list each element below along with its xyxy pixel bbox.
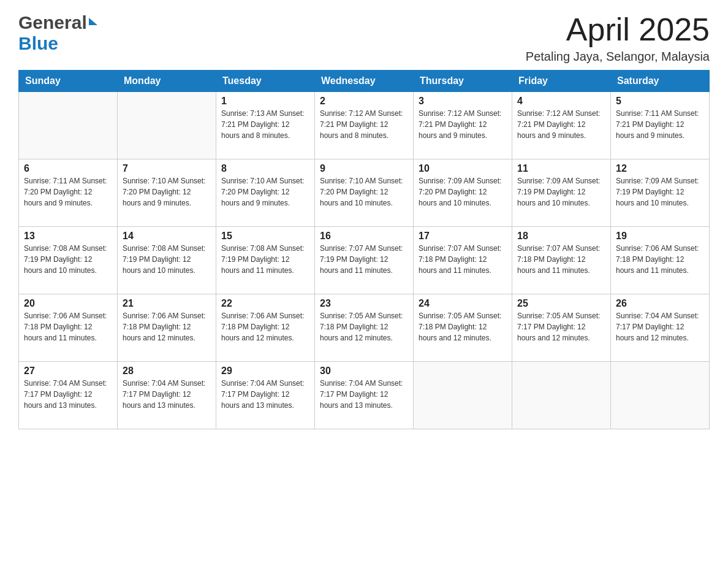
table-row — [414, 362, 512, 429]
table-row: 9Sunrise: 7:10 AM Sunset: 7:20 PM Daylig… — [315, 159, 414, 227]
day-number: 14 — [123, 231, 211, 242]
table-row: 24Sunrise: 7:05 AM Sunset: 7:18 PM Dayli… — [414, 294, 512, 362]
day-number: 29 — [221, 366, 309, 377]
logo-blue-text: Blue — [18, 33, 58, 53]
col-saturday: Saturday — [611, 71, 710, 92]
table-row: 4Sunrise: 7:12 AM Sunset: 7:21 PM Daylig… — [512, 92, 611, 159]
day-info: Sunrise: 7:04 AM Sunset: 7:17 PM Dayligh… — [616, 310, 704, 343]
table-row — [512, 362, 611, 429]
day-number: 5 — [616, 96, 704, 107]
day-info: Sunrise: 7:07 AM Sunset: 7:18 PM Dayligh… — [517, 243, 605, 276]
table-row: 29Sunrise: 7:04 AM Sunset: 7:17 PM Dayli… — [216, 362, 315, 429]
table-row: 28Sunrise: 7:04 AM Sunset: 7:17 PM Dayli… — [118, 362, 216, 429]
table-row: 14Sunrise: 7:08 AM Sunset: 7:19 PM Dayli… — [118, 227, 216, 294]
table-row: 25Sunrise: 7:05 AM Sunset: 7:17 PM Dayli… — [512, 294, 611, 362]
table-row: 3Sunrise: 7:12 AM Sunset: 7:21 PM Daylig… — [414, 92, 512, 159]
day-info: Sunrise: 7:07 AM Sunset: 7:19 PM Dayligh… — [320, 243, 408, 276]
calendar-week-row: 1Sunrise: 7:13 AM Sunset: 7:21 PM Daylig… — [19, 92, 710, 159]
day-info: Sunrise: 7:12 AM Sunset: 7:21 PM Dayligh… — [517, 108, 605, 141]
day-info: Sunrise: 7:06 AM Sunset: 7:18 PM Dayligh… — [24, 310, 112, 343]
day-number: 12 — [616, 163, 704, 174]
day-info: Sunrise: 7:13 AM Sunset: 7:21 PM Dayligh… — [221, 108, 309, 141]
col-monday: Monday — [118, 71, 216, 92]
day-number: 7 — [123, 163, 211, 174]
col-tuesday: Tuesday — [216, 71, 315, 92]
day-info: Sunrise: 7:10 AM Sunset: 7:20 PM Dayligh… — [123, 175, 211, 209]
page-header: General Blue April 2025 Petaling Jaya, S… — [18, 12, 710, 64]
day-number: 1 — [221, 96, 309, 107]
title-section: April 2025 Petaling Jaya, Selangor, Mala… — [526, 12, 710, 64]
calendar-header-row: Sunday Monday Tuesday Wednesday Thursday… — [19, 71, 710, 92]
logo: General Blue — [18, 12, 97, 54]
table-row: 27Sunrise: 7:04 AM Sunset: 7:17 PM Dayli… — [19, 362, 118, 429]
day-number: 24 — [419, 298, 507, 309]
day-info: Sunrise: 7:06 AM Sunset: 7:18 PM Dayligh… — [221, 310, 309, 343]
day-info: Sunrise: 7:04 AM Sunset: 7:17 PM Dayligh… — [221, 378, 309, 411]
table-row: 20Sunrise: 7:06 AM Sunset: 7:18 PM Dayli… — [19, 294, 118, 362]
calendar-table: Sunday Monday Tuesday Wednesday Thursday… — [18, 70, 710, 429]
day-number: 22 — [221, 298, 309, 309]
col-friday: Friday — [512, 71, 611, 92]
day-number: 16 — [320, 231, 408, 242]
day-info: Sunrise: 7:06 AM Sunset: 7:18 PM Dayligh… — [616, 243, 704, 276]
day-info: Sunrise: 7:12 AM Sunset: 7:21 PM Dayligh… — [320, 108, 408, 141]
day-number: 20 — [24, 298, 112, 309]
day-info: Sunrise: 7:08 AM Sunset: 7:19 PM Dayligh… — [221, 243, 309, 276]
day-info: Sunrise: 7:07 AM Sunset: 7:18 PM Dayligh… — [419, 243, 507, 276]
calendar-week-row: 6Sunrise: 7:11 AM Sunset: 7:20 PM Daylig… — [19, 159, 710, 227]
day-number: 27 — [24, 366, 112, 377]
calendar-week-row: 20Sunrise: 7:06 AM Sunset: 7:18 PM Dayli… — [19, 294, 710, 362]
day-info: Sunrise: 7:09 AM Sunset: 7:19 PM Dayligh… — [616, 175, 704, 209]
table-row — [611, 362, 710, 429]
table-row: 23Sunrise: 7:05 AM Sunset: 7:18 PM Dayli… — [315, 294, 414, 362]
day-info: Sunrise: 7:04 AM Sunset: 7:17 PM Dayligh… — [123, 378, 211, 411]
day-number: 15 — [221, 231, 309, 242]
day-info: Sunrise: 7:09 AM Sunset: 7:19 PM Dayligh… — [517, 175, 605, 209]
day-info: Sunrise: 7:05 AM Sunset: 7:18 PM Dayligh… — [320, 310, 408, 343]
logo-general-text: General — [18, 12, 87, 33]
day-info: Sunrise: 7:08 AM Sunset: 7:19 PM Dayligh… — [24, 243, 112, 276]
day-number: 3 — [419, 96, 507, 107]
day-info: Sunrise: 7:11 AM Sunset: 7:21 PM Dayligh… — [616, 108, 704, 141]
table-row: 21Sunrise: 7:06 AM Sunset: 7:18 PM Dayli… — [118, 294, 216, 362]
day-number: 6 — [24, 163, 112, 174]
table-row: 11Sunrise: 7:09 AM Sunset: 7:19 PM Dayli… — [512, 159, 611, 227]
table-row: 30Sunrise: 7:04 AM Sunset: 7:17 PM Dayli… — [315, 362, 414, 429]
day-number: 11 — [517, 163, 605, 174]
table-row: 8Sunrise: 7:10 AM Sunset: 7:20 PM Daylig… — [216, 159, 315, 227]
col-sunday: Sunday — [19, 71, 118, 92]
table-row: 19Sunrise: 7:06 AM Sunset: 7:18 PM Dayli… — [611, 227, 710, 294]
table-row: 6Sunrise: 7:11 AM Sunset: 7:20 PM Daylig… — [19, 159, 118, 227]
day-info: Sunrise: 7:12 AM Sunset: 7:21 PM Dayligh… — [419, 108, 507, 141]
calendar-week-row: 27Sunrise: 7:04 AM Sunset: 7:17 PM Dayli… — [19, 362, 710, 429]
day-number: 8 — [221, 163, 309, 174]
day-info: Sunrise: 7:09 AM Sunset: 7:20 PM Dayligh… — [419, 175, 507, 209]
day-number: 9 — [320, 163, 408, 174]
table-row: 12Sunrise: 7:09 AM Sunset: 7:19 PM Dayli… — [611, 159, 710, 227]
day-number: 18 — [517, 231, 605, 242]
location-text: Petaling Jaya, Selangor, Malaysia — [526, 50, 710, 64]
day-number: 23 — [320, 298, 408, 309]
day-number: 19 — [616, 231, 704, 242]
day-number: 10 — [419, 163, 507, 174]
day-info: Sunrise: 7:08 AM Sunset: 7:19 PM Dayligh… — [123, 243, 211, 276]
table-row: 7Sunrise: 7:10 AM Sunset: 7:20 PM Daylig… — [118, 159, 216, 227]
table-row: 1Sunrise: 7:13 AM Sunset: 7:21 PM Daylig… — [216, 92, 315, 159]
table-row: 18Sunrise: 7:07 AM Sunset: 7:18 PM Dayli… — [512, 227, 611, 294]
table-row — [19, 92, 118, 159]
day-number: 21 — [123, 298, 211, 309]
table-row: 22Sunrise: 7:06 AM Sunset: 7:18 PM Dayli… — [216, 294, 315, 362]
day-info: Sunrise: 7:05 AM Sunset: 7:17 PM Dayligh… — [517, 310, 605, 343]
day-number: 2 — [320, 96, 408, 107]
month-title: April 2025 — [526, 12, 710, 47]
calendar-week-row: 13Sunrise: 7:08 AM Sunset: 7:19 PM Dayli… — [19, 227, 710, 294]
day-number: 4 — [517, 96, 605, 107]
table-row: 2Sunrise: 7:12 AM Sunset: 7:21 PM Daylig… — [315, 92, 414, 159]
day-info: Sunrise: 7:11 AM Sunset: 7:20 PM Dayligh… — [24, 175, 112, 209]
table-row: 10Sunrise: 7:09 AM Sunset: 7:20 PM Dayli… — [414, 159, 512, 227]
day-info: Sunrise: 7:05 AM Sunset: 7:18 PM Dayligh… — [419, 310, 507, 343]
day-number: 13 — [24, 231, 112, 242]
col-thursday: Thursday — [414, 71, 512, 92]
table-row: 13Sunrise: 7:08 AM Sunset: 7:19 PM Dayli… — [19, 227, 118, 294]
logo-arrow-icon — [89, 18, 97, 25]
